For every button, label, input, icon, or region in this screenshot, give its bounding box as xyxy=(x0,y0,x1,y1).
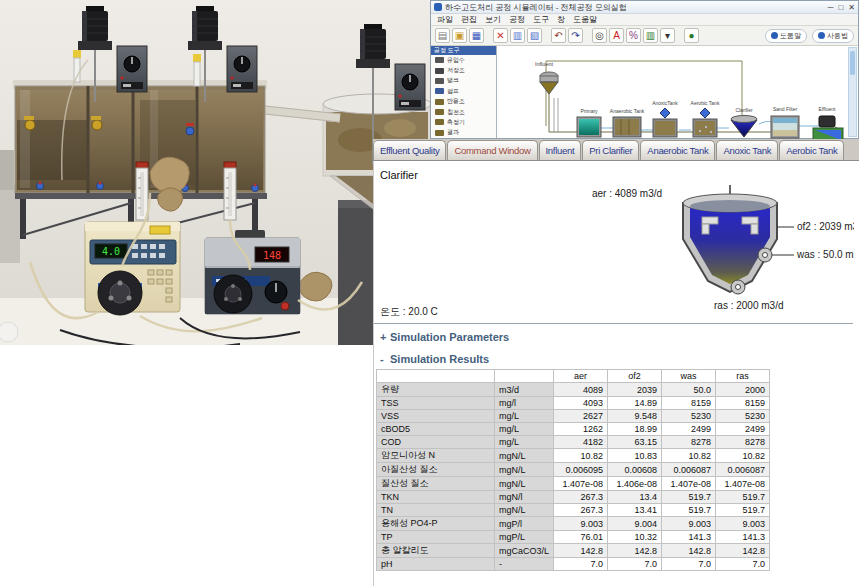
title-bar: 하수고도처리 공정 시뮬레이터 - 전체공정 모의실험 ─ □ ✕ xyxy=(431,1,858,14)
palette-item-icon xyxy=(435,130,444,136)
row-value: 0.00608 xyxy=(608,463,662,477)
palette-item[interactable]: 침전조 xyxy=(431,107,496,117)
menu-item[interactable]: 공정 xyxy=(509,14,525,25)
help-icon xyxy=(771,32,778,39)
percent-icon[interactable]: % xyxy=(626,28,641,43)
column-header-ras: ras xyxy=(716,370,770,383)
results-table: aerof2wasras 유량m3/d4089203950.02000TSSmg… xyxy=(376,369,770,571)
row-unit: mg/l xyxy=(495,397,554,410)
help-button[interactable]: 사용법 xyxy=(812,29,854,43)
unit-clarifier[interactable] xyxy=(731,116,757,138)
row-value: 141.3 xyxy=(662,531,716,544)
palette-item[interactable]: 반응조 xyxy=(431,97,496,107)
table-row: TKNmgN/l267.313.4519.7519.7 xyxy=(377,491,770,504)
tab-anoxic-tank[interactable]: Anoxic Tank xyxy=(716,140,778,160)
column-header-of2: of2 xyxy=(608,370,662,383)
palette-item-icon xyxy=(435,88,444,94)
unit-primary[interactable] xyxy=(577,117,601,137)
table-row: CODmg/L418263.1582788278 xyxy=(377,436,770,449)
palette-item[interactable]: 저장조 xyxy=(431,65,496,75)
tab-effluent-quality[interactable]: Effluent Quality xyxy=(373,140,446,160)
palette-item[interactable]: 탱크 xyxy=(431,76,496,86)
row-value: 4182 xyxy=(554,436,608,449)
tab-command-window[interactable]: Command Window xyxy=(447,140,537,160)
row-unit: mgN/L xyxy=(495,463,554,477)
table-row: 총 알칼리도mgCaCO3/L142.8142.8142.8142.8 xyxy=(377,544,770,558)
unit-influent[interactable] xyxy=(540,72,558,94)
section-simulation-parameters[interactable]: +Simulation Parameters xyxy=(380,331,509,343)
minimize-button[interactable]: ─ xyxy=(828,3,834,12)
row-value: 5230 xyxy=(716,410,770,423)
unit-anaerobic-tank[interactable] xyxy=(613,117,641,137)
font-icon[interactable]: A xyxy=(609,28,624,43)
peristaltic-pump-dark: 148 xyxy=(205,230,300,314)
maximize-button[interactable]: □ xyxy=(838,3,843,12)
palette-item-icon xyxy=(435,109,444,115)
tab-aerobic-tank[interactable]: Aerobic Tank xyxy=(779,140,844,160)
row-value: 142.8 xyxy=(554,544,608,558)
run-icon[interactable]: ● xyxy=(684,28,699,43)
new-icon[interactable]: ▤ xyxy=(435,28,450,43)
table-row: TNmgN/L267.313.41519.7519.7 xyxy=(377,504,770,517)
row-label: 아질산성 질소 xyxy=(377,463,495,477)
row-value: 2000 xyxy=(716,383,770,397)
pump-led-green: 4.0 xyxy=(102,246,120,257)
scale-select-icon[interactable]: ▾ xyxy=(660,28,675,43)
row-value: 8278 xyxy=(662,436,716,449)
collapse-icon[interactable]: - xyxy=(380,353,390,365)
unit-aerobic-tank[interactable] xyxy=(693,108,717,137)
copy-icon[interactable]: ▥ xyxy=(510,28,525,43)
menu-item[interactable]: 파일 xyxy=(437,14,453,25)
row-label: TP xyxy=(377,531,495,544)
palette-item[interactable]: 펌프 xyxy=(431,86,496,96)
row-value: 8159 xyxy=(662,397,716,410)
unit-sand-filter[interactable] xyxy=(771,116,799,138)
flowsheet-scrollbar[interactable] xyxy=(848,47,857,137)
tab-anaerobic-tank[interactable]: Anaerobic Tank xyxy=(640,140,715,160)
menu-item[interactable]: 편집 xyxy=(461,14,477,25)
row-value: 7.0 xyxy=(716,558,770,571)
row-value: 18.99 xyxy=(608,423,662,436)
lab-photo: 4.0 148 xyxy=(0,0,430,345)
open-icon[interactable]: ▣ xyxy=(452,28,467,43)
menu-item[interactable]: 보기 xyxy=(485,14,501,25)
row-label: 암모니아성 N xyxy=(377,449,495,463)
redo-icon[interactable]: ↷ xyxy=(568,28,583,43)
row-value: 50.0 xyxy=(662,383,716,397)
row-label: pH xyxy=(377,558,495,571)
unit-label: Clarifier xyxy=(735,107,753,113)
tab-pri-clarifier[interactable]: Pri Clarifier xyxy=(582,140,639,160)
undo-icon[interactable]: ↶ xyxy=(551,28,566,43)
menu-item[interactable]: 창 xyxy=(557,14,565,25)
tab-influent[interactable]: Influent xyxy=(539,140,582,160)
chart-icon[interactable]: ▥ xyxy=(643,28,658,43)
palette-item[interactable]: 결과 xyxy=(431,128,496,138)
row-value: 5230 xyxy=(662,410,716,423)
flowsheet-svg: Influent Primary Anaerobic Tank AnoxicTa… xyxy=(497,46,845,140)
table-row: VSSmg/L26279.54852305230 xyxy=(377,410,770,423)
row-label: cBOD5 xyxy=(377,423,495,436)
row-value: 1.407e-08 xyxy=(716,477,770,491)
row-value: 0.006087 xyxy=(716,463,770,477)
probe-cap xyxy=(73,50,81,58)
zoom-icon[interactable]: ◎ xyxy=(592,28,607,43)
row-label: COD xyxy=(377,436,495,449)
row-unit: mgP/l xyxy=(495,517,554,531)
row-value: 1.406e-08 xyxy=(608,477,662,491)
palette-item[interactable]: 유입수 xyxy=(431,55,496,65)
close-button[interactable]: ✕ xyxy=(848,3,855,12)
menu-item[interactable]: 도구 xyxy=(533,14,549,25)
unit-anoxic-tank[interactable] xyxy=(653,108,677,137)
save-icon[interactable]: ▦ xyxy=(469,28,484,43)
of2-flow-label: of2 : 2039 m3/d xyxy=(797,221,854,232)
cut-icon[interactable]: ✕ xyxy=(493,28,508,43)
unit-effluent[interactable] xyxy=(813,116,843,140)
paste-icon[interactable]: ▧ xyxy=(527,28,542,43)
expand-icon[interactable]: + xyxy=(380,331,390,343)
help-button[interactable]: 도움말 xyxy=(765,29,807,43)
unit-label: Effluent xyxy=(819,106,836,112)
menu-item[interactable]: 도움말 xyxy=(573,14,597,25)
palette-item[interactable]: 측정기 xyxy=(431,117,496,127)
section-simulation-results[interactable]: -Simulation Results xyxy=(380,353,489,365)
row-unit: m3/d xyxy=(495,383,554,397)
